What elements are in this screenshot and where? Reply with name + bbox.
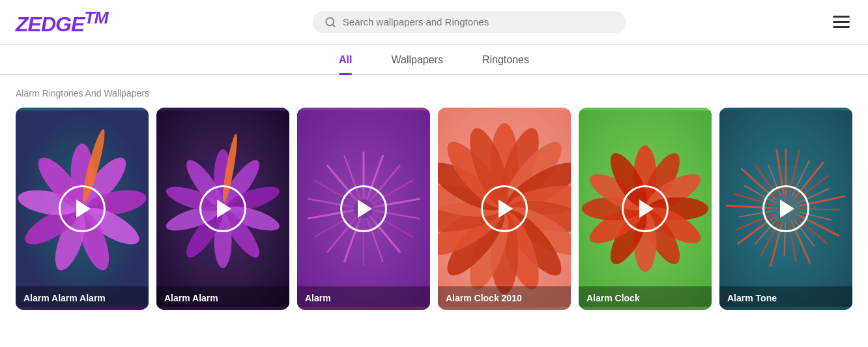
cards-row: Alarm Alarm Alarm bbox=[16, 108, 852, 310]
card-label-3: Alarm bbox=[297, 286, 430, 310]
card-alarm-clock-2010[interactable]: Alarm Clock 2010 bbox=[438, 108, 571, 310]
search-bar bbox=[313, 11, 626, 33]
search-input[interactable] bbox=[343, 16, 614, 27]
search-icon bbox=[325, 16, 336, 28]
hamburger-line-2 bbox=[833, 21, 850, 23]
card-alarm-clock[interactable]: Alarm Clock bbox=[579, 108, 712, 310]
hamburger-line-1 bbox=[833, 16, 850, 18]
logo-text: ZEDGETM bbox=[16, 12, 108, 36]
play-button-5[interactable] bbox=[622, 185, 669, 232]
logo[interactable]: ZEDGETM bbox=[16, 8, 108, 37]
play-icon-4 bbox=[499, 200, 513, 218]
tab-wallpapers[interactable]: Wallpapers bbox=[391, 54, 442, 74]
hamburger-menu[interactable] bbox=[830, 13, 852, 31]
play-icon-3 bbox=[358, 200, 372, 218]
card-alarm[interactable]: Alarm bbox=[297, 108, 430, 310]
header: ZEDGETM bbox=[0, 0, 868, 45]
card-label-4: Alarm Clock 2010 bbox=[438, 286, 571, 310]
play-icon-5 bbox=[639, 200, 654, 218]
play-button-1[interactable] bbox=[59, 185, 106, 232]
card-label-2: Alarm Alarm bbox=[156, 286, 289, 310]
play-button-3[interactable] bbox=[340, 185, 387, 232]
section-alarm: Alarm Ringtones And Wallpapers bbox=[0, 75, 868, 310]
play-button-4[interactable] bbox=[481, 185, 528, 232]
tab-all[interactable]: All bbox=[339, 54, 352, 74]
play-icon-2 bbox=[217, 200, 231, 218]
play-button-2[interactable] bbox=[199, 185, 246, 232]
tab-ringtones[interactable]: Ringtones bbox=[482, 54, 529, 74]
card-alarm-alarm[interactable]: Alarm Alarm bbox=[156, 108, 289, 310]
card-label-5: Alarm Clock bbox=[579, 286, 712, 310]
card-label-6: Alarm Tone bbox=[719, 286, 852, 310]
play-button-6[interactable] bbox=[762, 185, 809, 232]
card-alarm-tone[interactable]: Alarm Tone bbox=[719, 108, 852, 310]
nav-tabs: All Wallpapers Ringtones bbox=[0, 45, 868, 75]
play-icon-1 bbox=[76, 200, 91, 218]
section-title: Alarm Ringtones And Wallpapers bbox=[16, 88, 852, 98]
svg-line-1 bbox=[332, 24, 334, 26]
play-icon-6 bbox=[780, 200, 794, 218]
hamburger-line-3 bbox=[833, 26, 850, 28]
card-label-1: Alarm Alarm Alarm bbox=[16, 286, 149, 310]
card-alarm-alarm-alarm[interactable]: Alarm Alarm Alarm bbox=[16, 108, 149, 310]
logo-tm: TM bbox=[84, 8, 108, 27]
